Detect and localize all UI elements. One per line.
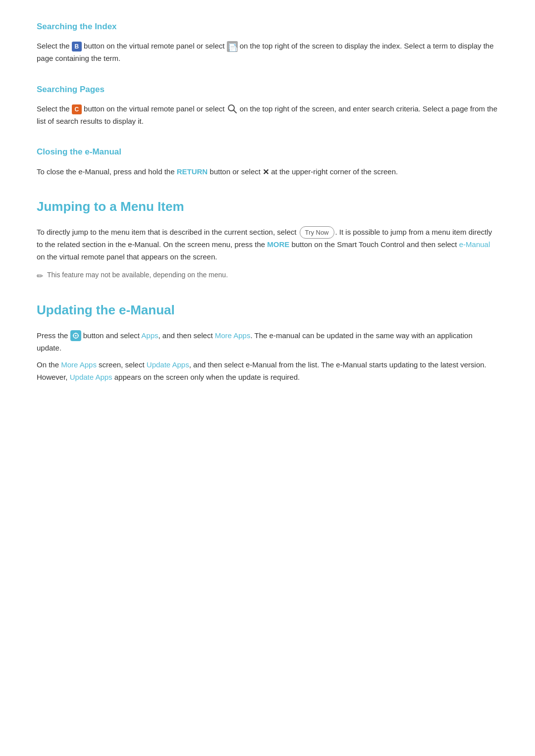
smart-hub-icon (70, 330, 81, 341)
jumping-menu-item-heading: Jumping to a Menu Item (37, 197, 498, 217)
search-svg-icon (227, 103, 238, 114)
searching-pages-heading: Searching Pages (37, 83, 498, 96)
closing-emanual-heading: Closing the e-Manual (37, 145, 498, 158)
searching-pages-section: Searching Pages Select the C button on t… (37, 83, 498, 128)
updating-emanual-body-1: Press the button and select Apps, and th… (37, 330, 498, 354)
search-icon (227, 103, 238, 114)
note-row: ✏ This feature may not be available, dep… (37, 269, 498, 283)
b-button-icon: B (72, 42, 82, 51)
closing-emanual-body: To close the e-Manual, press and hold th… (37, 166, 498, 179)
svg-rect-2 (229, 46, 236, 47)
svg-rect-1 (229, 44, 236, 45)
updating-emanual-body-2: On the More Apps screen, select Update A… (37, 359, 498, 384)
more-apps-link-2[interactable]: More Apps (61, 360, 97, 369)
svg-rect-3 (229, 48, 233, 49)
jumping-menu-item-section: Jumping to a Menu Item To directly jump … (37, 197, 498, 282)
update-apps-link-2[interactable]: Update Apps (70, 373, 112, 381)
searching-index-heading: Searching the Index (37, 20, 498, 33)
svg-point-10 (75, 335, 76, 337)
update-apps-link-1[interactable]: Update Apps (147, 360, 189, 369)
note-pencil-icon: ✏ (37, 270, 43, 283)
svg-line-7 (233, 110, 236, 113)
more-keyword: MORE (267, 240, 289, 249)
index-icon (227, 41, 238, 52)
c-button-icon: C (72, 104, 82, 114)
searching-index-section: Searching the Index Select the B button … (37, 20, 498, 65)
close-x-icon: ✕ (263, 166, 269, 179)
note-text: This feature may not be available, depen… (47, 269, 228, 280)
updating-emanual-heading: Updating the e-Manual (37, 300, 498, 321)
return-keyword: RETURN (177, 167, 208, 176)
updating-emanual-section: Updating the e-Manual Press the button a… (37, 300, 498, 384)
smart-hub-svg-icon (70, 330, 81, 341)
searching-index-body: Select the B button on the virtual remot… (37, 40, 498, 65)
svg-line-5 (236, 50, 237, 51)
apps-link-1[interactable]: Apps (141, 331, 158, 340)
closing-emanual-section: Closing the e-Manual To close the e-Manu… (37, 145, 498, 179)
jumping-menu-item-body: To directly jump to the menu item that i… (37, 226, 498, 263)
svg-point-4 (234, 48, 237, 50)
emanual-link[interactable]: e-Manual (459, 240, 490, 249)
try-now-badge[interactable]: Try Now (300, 226, 334, 239)
searching-pages-body: Select the C button on the virtual remot… (37, 103, 498, 128)
svg-rect-0 (227, 41, 238, 52)
more-apps-link-1[interactable]: More Apps (215, 331, 251, 340)
index-svg-icon (227, 41, 238, 52)
